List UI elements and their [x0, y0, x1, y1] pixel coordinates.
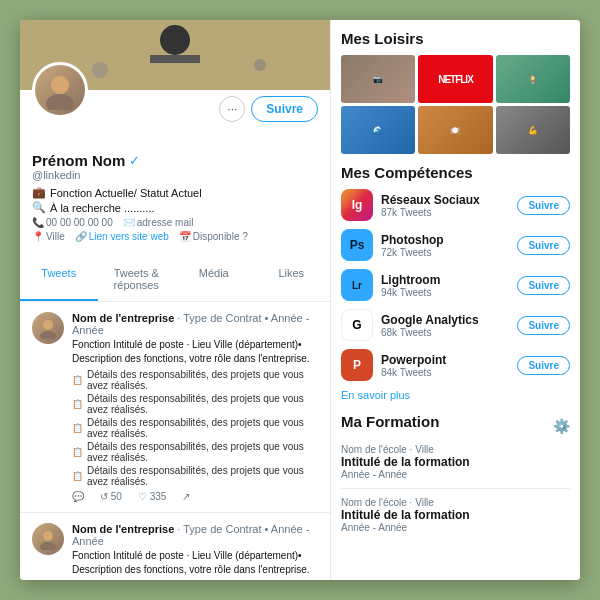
tab-tweets[interactable]: Tweets: [20, 259, 98, 301]
formation-degree: Intitulé de la formation: [341, 455, 570, 469]
detail-text: Détails des responsabilités, des projets…: [87, 393, 318, 415]
loisir-image: 🍽️: [418, 106, 492, 154]
comp-name: Photoshop: [381, 233, 509, 247]
comp-tweets: 94k Tweets: [381, 287, 509, 298]
formation-year: Année - Année: [341, 469, 570, 480]
link-icon: 🔗: [75, 231, 87, 242]
comp-name: Réseaux Sociaux: [381, 193, 509, 207]
suivre-button[interactable]: Suivre: [517, 276, 570, 295]
comp-tweets: 68k Tweets: [381, 327, 509, 338]
follow-button[interactable]: Suivre: [251, 96, 318, 122]
tweet-header: Nom de l'entreprise · Type de Contrat • …: [72, 312, 318, 336]
tweet-avatar: [32, 312, 64, 344]
tab-tweets-replies[interactable]: Tweets & réponses: [98, 259, 176, 301]
detail-icon: 📋: [72, 447, 83, 457]
loisir-image: 🌊: [341, 106, 415, 154]
suivre-button[interactable]: Suivre: [517, 356, 570, 375]
tweet-item: Nom de l'entreprise · Type de Contrat • …: [20, 302, 330, 513]
email-icon: ✉️: [123, 217, 135, 228]
loisir-image: 📷: [341, 55, 415, 103]
loisir-item: 🍽️: [418, 106, 492, 154]
suivre-button[interactable]: Suivre: [517, 196, 570, 215]
verified-icon: ✓: [129, 153, 140, 168]
profile-location: 📍 Ville: [32, 231, 65, 242]
nav-tabs: Tweets Tweets & réponses Média Likes: [20, 259, 330, 302]
comp-name: Powerpoint: [381, 353, 509, 367]
tweet-detail: 📋 Détails des responsabilités, des proje…: [72, 393, 318, 415]
tweet-content: Nom de l'entreprise · Type de Contrat • …: [72, 312, 318, 502]
tab-media[interactable]: Média: [175, 259, 253, 301]
profile-section: ··· Suivre Prénom Nom ✓ @linkedin 💼 Fonc…: [20, 90, 330, 253]
profile-email: ✉️ adresse mail: [123, 217, 194, 228]
left-panel: ··· Suivre Prénom Nom ✓ @linkedin 💼 Fonc…: [20, 20, 330, 580]
competence-item: Ig Réseaux Sociaux 87k Tweets Suivre: [341, 189, 570, 221]
loisir-item: 💪: [496, 106, 570, 154]
avatar-wrapper: [32, 62, 88, 118]
comp-icon: Ig: [341, 189, 373, 221]
comp-info: Photoshop 72k Tweets: [381, 233, 509, 258]
retweet-action[interactable]: ↺ 50: [100, 491, 122, 502]
more-button[interactable]: ···: [219, 96, 245, 122]
comp-icon: Lr: [341, 269, 373, 301]
loisir-item: NETFLIX: [418, 55, 492, 103]
gear-icon[interactable]: ⚙️: [553, 418, 570, 434]
suivre-button[interactable]: Suivre: [517, 236, 570, 255]
comment-action[interactable]: 💬: [72, 491, 84, 502]
formation-school: Nom de l'école · Ville: [341, 444, 570, 455]
company-name: Nom de l'entreprise: [72, 312, 174, 324]
tweet-header: Nom de l'entreprise · Type de Contrat • …: [72, 523, 318, 547]
detail-text: Détails des responsabilités, des projets…: [87, 441, 318, 463]
formation-degree: Intitulé de la formation: [341, 508, 570, 522]
profile-phone: 📞 00 00 00 00 00: [32, 217, 113, 228]
profile-contact-row: 📞 00 00 00 00 00 ✉️ adresse mail: [32, 217, 318, 228]
detail-icon: 📋: [72, 399, 83, 409]
loisir-item: 🍹: [496, 55, 570, 103]
detail-icon: 📋: [72, 471, 83, 481]
detail-text: Détails des responsabilités, des projets…: [87, 417, 318, 439]
tweet-description: Fonction Intitulé de poste · Lieu Ville …: [72, 338, 318, 366]
competence-item: G Google Analytics 68k Tweets Suivre: [341, 309, 570, 341]
tab-likes[interactable]: Likes: [253, 259, 331, 301]
tweet-avatar: [32, 523, 64, 555]
profile-name-row: Prénom Nom ✓: [32, 152, 318, 169]
profile-location-row: 📍 Ville 🔗 Lien vers site web 📅 Disponibl…: [32, 231, 318, 242]
formation-item: Nom de l'école · Ville Intitulé de la fo…: [341, 444, 570, 480]
loisir-image: NETFLIX: [418, 55, 492, 103]
detail-icon: 📋: [72, 423, 83, 433]
right-panel: Mes Loisirs 📷NETFLIX🍹🌊🍽️💪 Mes Compétence…: [330, 20, 580, 580]
briefcase-icon: 💼: [32, 186, 46, 199]
profile-name: Prénom Nom: [32, 152, 125, 169]
tweet-item: Nom de l'entreprise · Type de Contrat • …: [20, 513, 330, 580]
loisirs-title: Mes Loisirs: [341, 30, 570, 47]
tweet-detail: 📋 Détails des responsabilités, des proje…: [72, 417, 318, 439]
formation-item: Nom de l'école · Ville Intitulé de la fo…: [341, 497, 570, 533]
detail-text: Détails des responsabilités, des projets…: [87, 369, 318, 391]
en-savoir-plus-link[interactable]: En savoir plus: [341, 389, 570, 401]
svg-point-3: [43, 320, 53, 330]
company-name: Nom de l'entreprise: [72, 523, 174, 535]
tweet-description: Fonction Intitulé de poste · Lieu Ville …: [72, 549, 318, 577]
formation-divider: [341, 488, 570, 489]
profile-website[interactable]: 🔗 Lien vers site web: [75, 231, 169, 242]
loisirs-grid: 📷NETFLIX🍹🌊🍽️💪: [341, 55, 570, 154]
competence-item: Ps Photoshop 72k Tweets Suivre: [341, 229, 570, 261]
tweet-detail: 📋 Détails des responsabilités, des proje…: [72, 441, 318, 463]
profile-availability: 📅 Disponible ?: [179, 231, 248, 242]
detail-text: Détails des responsabilités, des projets…: [87, 465, 318, 487]
loisir-image: 💪: [496, 106, 570, 154]
like-action[interactable]: ♡ 335: [138, 491, 166, 502]
tweet-content: Nom de l'entreprise · Type de Contrat • …: [72, 523, 318, 580]
competence-item: P Powerpoint 84k Tweets Suivre: [341, 349, 570, 381]
share-action[interactable]: ↗: [182, 491, 190, 502]
comp-info: Google Analytics 68k Tweets: [381, 313, 509, 338]
location-icon: 📍: [32, 231, 44, 242]
comp-info: Powerpoint 84k Tweets: [381, 353, 509, 378]
phone-icon: 📞: [32, 217, 44, 228]
suivre-button[interactable]: Suivre: [517, 316, 570, 335]
tweets-list: Nom de l'entreprise · Type de Contrat • …: [20, 302, 330, 580]
profile-handle: @linkedin: [32, 169, 318, 181]
svg-point-2: [51, 76, 69, 94]
competence-item: Lr Lightroom 94k Tweets Suivre: [341, 269, 570, 301]
comp-name: Lightroom: [381, 273, 509, 287]
search-icon: 🔍: [32, 201, 46, 214]
